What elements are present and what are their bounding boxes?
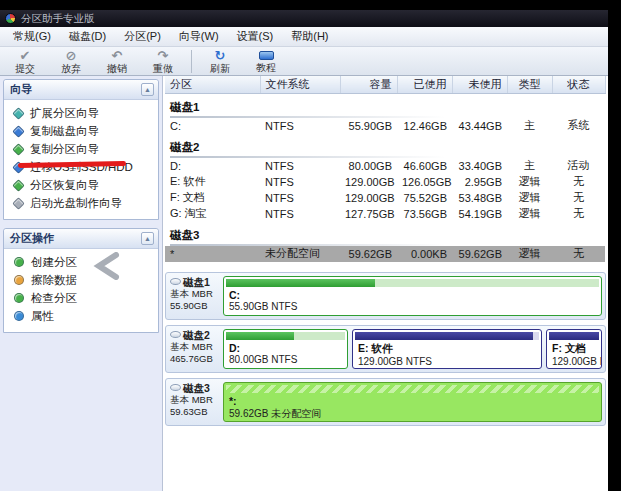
table-row[interactable]: *未分配空间59.62GB0.00KB59.62GB逻辑无 [165, 246, 605, 262]
table-row[interactable]: F: 文档NTFS129.00GB75.52GB53.48GB逻辑无 [165, 190, 605, 206]
check-partition-icon [14, 293, 24, 303]
partition-info: 129.00GB NTFS [354, 356, 541, 367]
toolbar-button-tutorial[interactable]: 教程 [243, 48, 289, 75]
sidebar-item-extend-partition-wizard[interactable]: 扩展分区向导 [6, 104, 156, 122]
table-cell: * [165, 246, 260, 262]
table-cell: 54.19GB [452, 206, 507, 222]
disk-map: 磁盘1基本 MBR55.90GBC:55.90GB NTFS磁盘2基本 MBR4… [165, 272, 606, 426]
disk-band-label[interactable]: 磁盘3基本 MBR59.63GB [166, 379, 220, 425]
table-cell: 主 [507, 158, 552, 174]
copy-partition-wizard-icon [12, 143, 25, 156]
menu-item-5[interactable]: 设置(S) [228, 27, 283, 46]
menu-item-2[interactable]: 磁盘(D) [60, 27, 115, 46]
table-row[interactable]: G: 淘宝NTFS127.75GB73.56GB54.19GB逻辑无 [165, 206, 605, 222]
partition-recovery-wizard-icon [12, 179, 25, 192]
collapse-icon[interactable]: ▲ [141, 83, 154, 96]
toolbar-button-redo[interactable]: ↷重做 [140, 48, 186, 75]
table-cell: NTFS [260, 158, 340, 174]
table-cell: 80.00GB [340, 158, 397, 174]
boot-cd-wizard-icon [12, 197, 25, 210]
partition-block[interactable]: F: 文档129.00GB NTFS [546, 329, 602, 369]
sidebar-item-partition-recovery-wizard[interactable]: 分区恢复向导 [6, 176, 156, 194]
used-space-bar [355, 332, 539, 340]
disk-type-label: 基本 MBR [170, 288, 220, 300]
partition-info: 80.00GB NTFS [225, 354, 347, 365]
wizard-panel-header: 向导 ▲ [4, 80, 158, 100]
table-cell: 73.56GB [397, 206, 452, 222]
partition-block[interactable]: C:55.90GB NTFS [223, 276, 602, 316]
sidebar-item-check-partition[interactable]: 检查分区 [6, 289, 156, 307]
column-header[interactable]: 文件系统 [260, 76, 340, 93]
sidebar-item-boot-cd-wizard[interactable]: 启动光盘制作向导 [6, 194, 156, 212]
used-space-fill [549, 332, 599, 340]
partition-label: F: 文档 [548, 342, 601, 356]
table-cell: C: [165, 118, 260, 134]
disk-band-label[interactable]: 磁盘1基本 MBR55.90GB [166, 273, 220, 319]
used-space-bar [226, 385, 599, 393]
menu-item-6[interactable]: 帮助(H) [282, 27, 337, 46]
table-cell: D: [165, 158, 260, 174]
undo-icon: ↶ [112, 49, 123, 62]
table-header-row: 分区文件系统容量已使用未使用类型状态 [165, 76, 605, 93]
table-cell: 46.60GB [397, 158, 452, 174]
table-cell: 59.62GB [452, 246, 507, 262]
collapse-icon[interactable]: ▲ [141, 232, 154, 245]
toolbar-button-commit[interactable]: ✔提交 [2, 48, 48, 75]
disk-band-label[interactable]: 磁盘2基本 MBR465.76GB [166, 326, 220, 372]
sidebar-item-create-partition[interactable]: 创建分区 [6, 253, 156, 271]
column-header[interactable]: 类型 [507, 76, 552, 93]
toolbar-separator [191, 50, 192, 73]
toolbar: ✔提交⊘放弃↶撤销↷重做↻刷新教程 [0, 47, 608, 76]
partition-block[interactable]: D:80.00GB NTFS [223, 329, 348, 369]
table-cell: 127.75GB [340, 206, 397, 222]
table-row[interactable]: C:NTFS55.90GB12.46GB43.44GB主系统 [165, 118, 605, 134]
partition-info: 59.62GB 未分配空间 [225, 407, 601, 421]
partition-block[interactable]: E: 软件129.00GB NTFS [352, 329, 542, 369]
toolbar-button-discard[interactable]: ⊘放弃 [48, 48, 94, 75]
toolbar-button-label: 重做 [153, 62, 173, 76]
wipe-data-icon [14, 275, 24, 285]
column-header[interactable]: 已使用 [397, 76, 452, 93]
table-cell: 43.44GB [452, 118, 507, 134]
content-area: 向导 ▲ 扩展分区向导复制磁盘向导复制分区向导迁移OS到SSD/HDD分区恢复向… [0, 76, 608, 491]
table-cell: NTFS [260, 206, 340, 222]
partition-block-list: D:80.00GB NTFSE: 软件129.00GB NTFSF: 文档129… [220, 326, 605, 372]
used-space-bar [226, 332, 345, 340]
sidebar-item-properties[interactable]: 属性 [6, 307, 156, 325]
app-logo-icon [5, 13, 16, 24]
toolbar-button-label: 放弃 [61, 62, 81, 76]
column-header[interactable]: 状态 [552, 76, 605, 93]
sidebar-item-label: 分区恢复向导 [30, 178, 99, 193]
used-space-bar [549, 332, 599, 340]
table-cell: 33.40GB [452, 158, 507, 174]
menu-item-3[interactable]: 分区(P) [115, 27, 170, 46]
menubar: 常规(G)磁盘(D)分区(P)向导(W)设置(S)帮助(H) [0, 27, 608, 47]
table-cell: 55.90GB [340, 118, 397, 134]
partition-block[interactable]: *:59.62GB 未分配空间 [223, 382, 602, 422]
table-row[interactable]: D:NTFS80.00GB46.60GB33.40GB主活动 [165, 158, 605, 174]
menu-item-4[interactable]: 向导(W) [170, 27, 228, 46]
sidebar-item-copy-disk-wizard[interactable]: 复制磁盘向导 [6, 122, 156, 140]
toolbar-button-refresh[interactable]: ↻刷新 [197, 48, 243, 75]
sidebar-item-wipe-data[interactable]: 擦除数据 [6, 271, 156, 289]
column-header[interactable]: 分区 [165, 76, 260, 93]
toolbar-button-label: 刷新 [210, 62, 230, 76]
properties-icon [14, 311, 24, 321]
disk-band-title: 磁盘1 [170, 276, 220, 288]
disk-size-label: 59.63GB [170, 406, 220, 418]
titlebar: 分区助手专业版 [0, 10, 608, 27]
table-row[interactable]: E: 软件NTFS129.00GB126.05GB2.95GB逻辑无 [165, 174, 605, 190]
toolbar-button-undo[interactable]: ↶撤销 [94, 48, 140, 75]
table-cell: G: 淘宝 [165, 206, 260, 222]
partition-table: 分区文件系统容量已使用未使用类型状态磁盘1C:NTFS55.90GB12.46G… [165, 76, 606, 262]
tutorial-icon [259, 51, 274, 60]
column-header[interactable]: 容量 [340, 76, 397, 93]
table-cell: NTFS [260, 118, 340, 134]
menu-item-1[interactable]: 常规(G) [4, 27, 60, 46]
sidebar-item-copy-partition-wizard[interactable]: 复制分区向导 [6, 140, 156, 158]
chevron-annotation [92, 252, 122, 280]
sidebar-item-label: 复制分区向导 [30, 142, 99, 157]
toolbar-button-label: 教程 [256, 61, 276, 75]
wizard-panel-title: 向导 [10, 82, 32, 97]
column-header[interactable]: 未使用 [452, 76, 507, 93]
